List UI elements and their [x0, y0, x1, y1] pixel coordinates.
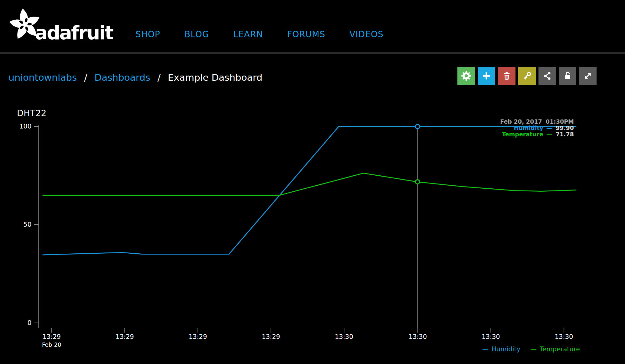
legend-item-temperature[interactable]: —Temperature [530, 346, 580, 353]
x-tick-label: 13:29 [262, 333, 280, 340]
tooltip-temperature-dash: — [546, 131, 552, 138]
legend-temperature-dash: — [530, 346, 537, 353]
temperature-line [42, 173, 576, 196]
tooltip-temperature-value: 71.78 [556, 131, 574, 138]
y-tick-label: 50 [23, 221, 31, 228]
tooltip-time: 01:30PM [546, 118, 574, 125]
tooltip-date: Feb 20, 2017 [500, 118, 542, 125]
tooltip-row-temperature: Temperature—71.78 [500, 131, 574, 138]
tooltip-humidity-label: Humidity [514, 125, 543, 131]
legend-item-humidity[interactable]: —Humidity [482, 346, 520, 353]
tooltip-datetime: Feb 20, 201701:30PM [500, 119, 574, 125]
x-tick-label: 13:30 [409, 333, 427, 340]
tooltip-humidity-value: 99.90 [556, 125, 574, 131]
x-tick-label: 13:29 [116, 333, 134, 340]
legend-temperature-label: Temperature [540, 346, 580, 353]
y-tick-label: 100 [19, 123, 31, 130]
x-tick-sublabel: Feb 20 [42, 341, 61, 348]
legend-humidity-label: Humidity [492, 346, 520, 353]
tooltip-row-humidity: Humidity—99.90 [500, 125, 574, 131]
adafruit-io-dashboard-page: { "theme": { "link_blue": "#1E9FE8", "hu… [0, 0, 625, 364]
humidity-marker [415, 125, 420, 129]
humidity-line [42, 127, 576, 255]
x-tick-label: 13:29 [42, 333, 61, 340]
x-tick-label: 13:30 [335, 333, 353, 340]
temperature-marker [415, 180, 420, 184]
chart-legend: —Humidity —Temperature [474, 346, 580, 353]
x-tick-label: 13:30 [555, 333, 573, 340]
chart-title: DHT22 [17, 108, 47, 118]
dht22-chart[interactable]: 10050013:29Feb 2013:2913:2913:2913:3013:… [0, 0, 625, 364]
tooltip-temperature-label: Temperature [502, 131, 543, 138]
chart-tooltip: Feb 20, 201701:30PM Humidity—99.90 Tempe… [500, 119, 574, 138]
tooltip-humidity-dash: — [546, 125, 552, 131]
x-tick-label: 13:30 [482, 333, 500, 340]
y-tick-label: 0 [28, 319, 31, 327]
legend-humidity-dash: — [482, 346, 489, 353]
x-tick-label: 13:29 [189, 333, 207, 340]
